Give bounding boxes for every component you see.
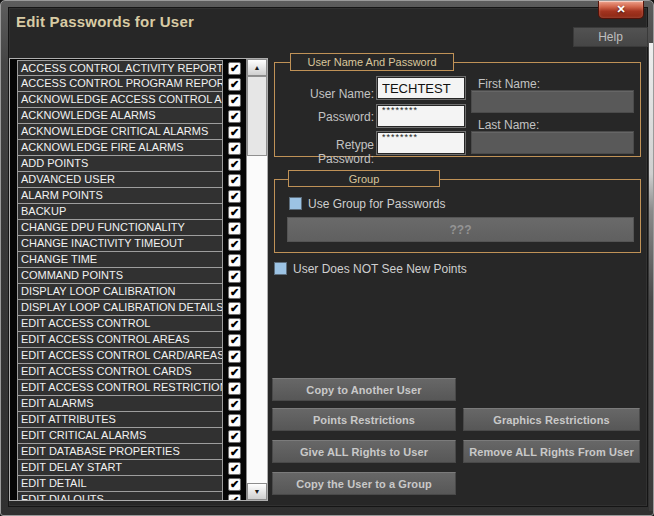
permission-checkbox[interactable]: ✔ [228,126,241,139]
permission-row[interactable]: EDIT ALARMS✔ [17,396,246,412]
graphics-restrictions-button[interactable]: Graphics Restrictions [463,408,640,431]
permission-row[interactable]: EDIT ACCESS CONTROL CARDS✔ [17,364,246,380]
window-frame-highlight [649,43,654,511]
permission-row[interactable]: COMMAND POINTS✔ [17,268,246,284]
permission-row[interactable]: DISPLAY LOOP CALIBRATION DETAILS✔ [17,300,246,316]
last-name-input[interactable] [471,131,634,154]
permission-row[interactable]: CHANGE TIME✔ [17,252,246,268]
permission-checkbox[interactable]: ✔ [228,190,241,203]
permission-checkbox-cell: ✔ [223,412,246,428]
permission-row[interactable]: ADD POINTS✔ [17,156,246,172]
retype-password-label: Retype Password: [279,138,374,166]
check-icon: ✔ [230,383,239,394]
permission-checkbox[interactable]: ✔ [228,62,241,75]
permission-checkbox[interactable]: ✔ [228,446,241,459]
permission-row[interactable]: ACKNOWLEDGE FIRE ALARMS✔ [17,140,246,156]
permission-checkbox-cell: ✔ [223,204,246,220]
permission-checkbox[interactable]: ✔ [228,414,241,427]
permission-row[interactable]: ACCESS CONTROL PROGRAM REPORTS✔ [17,76,246,92]
permission-checkbox[interactable]: ✔ [228,206,241,219]
permission-row[interactable]: BACKUP✔ [17,204,246,220]
permission-checkbox[interactable]: ✔ [228,238,241,251]
permission-checkbox[interactable]: ✔ [228,382,241,395]
first-name-input[interactable] [471,90,634,113]
retype-password-input[interactable] [377,132,465,154]
list-scrollbar[interactable]: ▲ ▼ [246,59,267,500]
permission-row[interactable]: DISPLAY LOOP CALIBRATION✔ [17,284,246,300]
scrollbar-thumb[interactable] [247,76,267,156]
permission-checkbox[interactable]: ✔ [228,158,241,171]
permission-checkbox[interactable]: ✔ [228,430,241,443]
use-group-checkbox[interactable] [289,197,302,210]
user-name-input[interactable] [377,77,465,99]
permission-label: EDIT ACCESS CONTROL CARD/AREAS [17,347,223,364]
permission-row[interactable]: ACKNOWLEDGE ACCESS CONTROL ALARMS✔ [17,92,246,108]
permission-checkbox[interactable]: ✔ [228,110,241,123]
check-icon: ✔ [230,431,239,442]
edit-passwords-dialog: Edit Passwords for User ✕ Help ACCESS CO… [0,0,654,516]
permission-row[interactable]: EDIT ACCESS CONTROL AREAS✔ [17,332,246,348]
permission-checkbox[interactable]: ✔ [228,318,241,331]
check-icon: ✔ [230,351,239,362]
permission-label: ADD POINTS [17,155,223,172]
password-input[interactable] [377,105,465,127]
select-group-button[interactable]: ??? [287,217,634,242]
permission-checkbox[interactable]: ✔ [228,254,241,267]
copy-user-to-group-button[interactable]: Copy the User to a Group [272,472,456,495]
permission-row[interactable]: CHANGE INACTIVITY TIMEOUT✔ [17,236,246,252]
copy-to-another-user-button[interactable]: Copy to Another User [272,378,456,401]
permission-row[interactable]: ACKNOWLEDGE CRITICAL ALARMS✔ [17,124,246,140]
permission-row[interactable]: EDIT ACCESS CONTROL CARD/AREAS✔ [17,348,246,364]
permission-checkbox[interactable]: ✔ [228,302,241,315]
permission-label: ACKNOWLEDGE FIRE ALARMS [17,139,223,156]
permission-checkbox[interactable]: ✔ [228,174,241,187]
help-button[interactable]: Help [573,27,648,47]
points-restrictions-button[interactable]: Points Restrictions [272,408,456,431]
permission-row[interactable]: ALARM POINTS✔ [17,188,246,204]
check-icon: ✔ [230,175,239,186]
permission-row[interactable]: ACKNOWLEDGE ALARMS✔ [17,108,246,124]
permission-row[interactable]: EDIT ATTRIBUTES✔ [17,412,246,428]
check-icon: ✔ [230,303,239,314]
permission-label: CHANGE TIME [17,251,223,268]
permission-checkbox[interactable]: ✔ [228,94,241,107]
remove-all-rights-button[interactable]: Remove ALL Rights From User [463,440,640,463]
give-all-rights-button[interactable]: Give ALL Rights to User [272,440,456,463]
permission-row[interactable]: ADVANCED USER✔ [17,172,246,188]
permission-checkbox[interactable]: ✔ [228,478,241,491]
permission-row[interactable]: EDIT DETAIL✔ [17,476,246,492]
scrollbar-up-button[interactable]: ▲ [247,59,267,76]
permission-checkbox[interactable]: ✔ [228,334,241,347]
last-name-label: Last Name: [478,118,539,132]
permission-row[interactable]: EDIT DIALOUTS✔ [17,492,246,500]
permission-checkbox[interactable]: ✔ [228,270,241,283]
permission-checkbox[interactable]: ✔ [228,350,241,363]
permission-row[interactable]: ACCESS CONTROL ACTIVITY REPORTS✔ [17,60,246,76]
permissions-rows: ACCESS CONTROL ACTIVITY REPORTS✔ACCESS C… [10,59,246,500]
permission-row[interactable]: EDIT ACCESS CONTROL RESTRICTIONS✔ [17,380,246,396]
permission-checkbox-cell: ✔ [223,460,246,476]
check-icon: ✔ [230,335,239,346]
permission-checkbox[interactable]: ✔ [228,366,241,379]
permission-checkbox[interactable]: ✔ [228,286,241,299]
permission-checkbox[interactable]: ✔ [228,78,241,91]
check-icon: ✔ [230,223,239,234]
permission-checkbox[interactable]: ✔ [228,142,241,155]
permission-row[interactable]: EDIT ACCESS CONTROL✔ [17,316,246,332]
permission-checkbox-cell: ✔ [223,236,246,252]
permission-checkbox[interactable]: ✔ [228,462,241,475]
close-button[interactable]: ✕ [598,1,644,19]
permission-row[interactable]: EDIT DATABASE PROPERTIES✔ [17,444,246,460]
permission-checkbox-cell: ✔ [223,92,246,108]
permission-row[interactable]: EDIT DELAY START✔ [17,460,246,476]
permission-row[interactable]: CHANGE DPU FUNCTIONALITY✔ [17,220,246,236]
no-new-points-checkbox[interactable] [274,262,287,275]
permission-row[interactable]: EDIT CRITICAL ALARMS✔ [17,428,246,444]
permission-checkbox[interactable]: ✔ [228,222,241,235]
permission-checkbox[interactable]: ✔ [228,494,241,501]
permission-label: EDIT CRITICAL ALARMS [17,427,223,444]
permission-checkbox-cell: ✔ [223,476,246,492]
scrollbar-down-button[interactable]: ▼ [247,483,267,500]
permission-checkbox-cell: ✔ [223,140,246,156]
permission-checkbox[interactable]: ✔ [228,398,241,411]
